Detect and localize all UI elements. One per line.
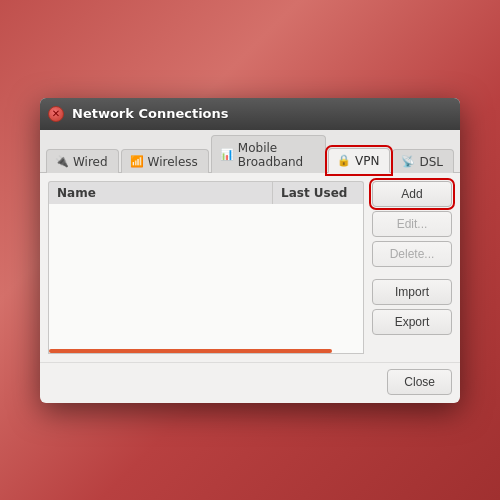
progress-bar-area [49,349,363,353]
progress-bar [49,349,332,353]
col-name: Name [49,182,273,204]
tab-mobile-broadband[interactable]: 📊 Mobile Broadband [211,135,326,173]
connections-table: Name Last Used [48,181,364,354]
titlebar: ✕ Network Connections [40,98,460,130]
wireless-icon: 📶 [130,155,144,168]
tab-wireless-label: Wireless [148,155,198,169]
export-button[interactable]: Export [372,309,452,335]
wired-icon: 🔌 [55,155,69,168]
edit-button[interactable]: Edit... [372,211,452,237]
tab-vpn[interactable]: 🔒 VPN [328,148,390,173]
bottom-bar: Close [40,362,460,403]
close-button[interactable]: Close [387,369,452,395]
tab-wired[interactable]: 🔌 Wired [46,149,119,173]
table-body[interactable] [48,204,364,354]
mobile-broadband-icon: 📊 [220,148,234,161]
vpn-icon: 🔒 [337,154,351,167]
tab-bar: 🔌 Wired 📶 Wireless 📊 Mobile Broadband 🔒 … [40,130,460,173]
col-last-used: Last Used [273,182,363,204]
tab-dsl[interactable]: 📡 DSL [392,149,454,173]
content-area: Name Last Used Add Edit... Delete... Imp… [40,173,460,362]
action-buttons: Add Edit... Delete... Import Export [372,181,452,354]
button-spacer [372,271,452,275]
tab-wired-label: Wired [73,155,108,169]
window-title: Network Connections [72,106,229,121]
network-connections-window: ✕ Network Connections 🔌 Wired 📶 Wireless… [40,98,460,403]
dsl-icon: 📡 [401,155,415,168]
import-button[interactable]: Import [372,279,452,305]
close-window-button[interactable]: ✕ [48,106,64,122]
tab-vpn-label: VPN [355,154,379,168]
delete-button[interactable]: Delete... [372,241,452,267]
tab-dsl-label: DSL [419,155,443,169]
table-header: Name Last Used [48,181,364,204]
tab-mobile-broadband-label: Mobile Broadband [238,141,315,169]
tab-wireless[interactable]: 📶 Wireless [121,149,209,173]
add-button[interactable]: Add [372,181,452,207]
